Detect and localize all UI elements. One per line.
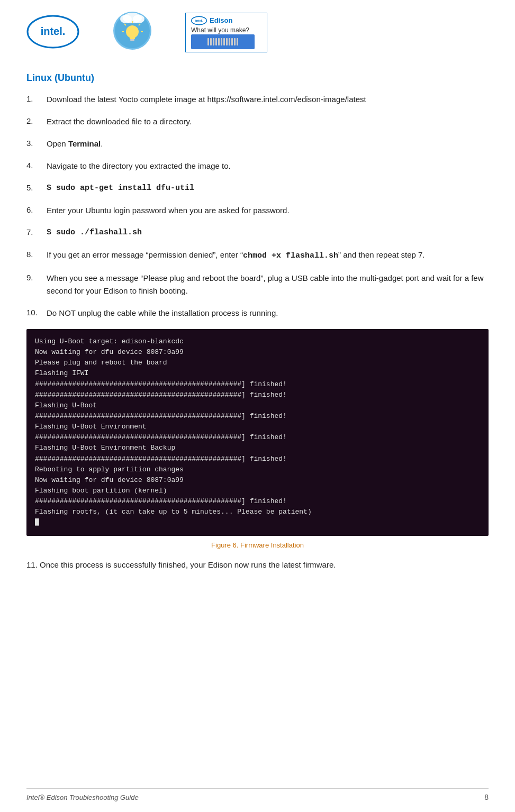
terminal-line-5: ########################################… xyxy=(35,379,480,390)
step-num-5: 5. xyxy=(26,182,47,195)
step-num-8: 8. xyxy=(26,249,47,262)
step-text-3: Open Terminal. xyxy=(47,138,489,150)
step-num-1: 1. xyxy=(26,93,47,106)
step-num-9: 9. xyxy=(26,272,47,297)
terminal-line-14: Now waiting for dfu device 8087:0a99 xyxy=(35,475,480,486)
terminal-line-15: Flashing boot partition (kernel) xyxy=(35,486,480,496)
svg-rect-8 xyxy=(130,37,135,39)
chmod-bold: chmod +x flashall.sh xyxy=(243,251,338,260)
terminal-line-6: ########################################… xyxy=(35,390,480,400)
step-text-6: Enter your Ubuntu login password when yo… xyxy=(47,204,489,217)
terminal-line-8: ########################################… xyxy=(35,411,480,422)
terminal-line-1: Using U-Boot target: edison-blankcdc xyxy=(35,336,480,347)
terminal-line-13: Rebooting to apply partition changes xyxy=(35,464,480,475)
step-8: 8. If you get an error message “permissi… xyxy=(26,249,489,262)
step-text-5: $ sudo apt-get install dfu-util xyxy=(47,182,489,195)
section-title: Linux (Ubuntu) xyxy=(26,72,489,84)
step-text-9: When you see a message “Please plug and … xyxy=(47,272,489,297)
svg-point-6 xyxy=(133,15,144,23)
steps-list: 1. Download the latest Yocto complete im… xyxy=(26,93,489,320)
step-10: 10. Do NOT unplug the cable while the in… xyxy=(26,307,489,320)
page-header: intel. inte xyxy=(26,11,489,60)
step-num-2: 2. xyxy=(26,115,47,128)
svg-point-5 xyxy=(120,15,132,23)
terminal-line-10: ########################################… xyxy=(35,432,480,443)
step-3: 3. Open Terminal. xyxy=(26,138,489,150)
footer-right: 8 xyxy=(484,793,489,801)
terminal-line-7: Flashing U-Boot xyxy=(35,400,480,411)
terminal-output: Using U-Boot target: edison-blankcdc Now… xyxy=(26,329,489,536)
svg-rect-9 xyxy=(130,39,134,41)
step-9: 9. When you see a message “Please plug a… xyxy=(26,272,489,297)
step-text-2: Extract the downloaded file to a directo… xyxy=(47,115,489,128)
step-num-7: 7. xyxy=(26,226,47,239)
terminal-cursor: █ xyxy=(35,517,480,528)
step-text-7: $ sudo ./flashall.sh xyxy=(47,226,489,239)
terminal-line-9: Flashing U-Boot Environment xyxy=(35,422,480,432)
figure-caption: Figure 6. Firmware Installation xyxy=(26,541,489,549)
brain-logo xyxy=(111,11,153,54)
step-2: 2. Extract the downloaded file to a dire… xyxy=(26,115,489,128)
step-text-8: If you get an error message “permission … xyxy=(47,249,489,262)
step-num-10: 10. xyxy=(26,307,47,320)
svg-point-7 xyxy=(126,25,139,38)
page-footer: Intel® Edison Troubleshooting Guide 8 xyxy=(26,788,489,801)
terminal-line-17: Flashing rootfs, (it can take up to 5 mi… xyxy=(35,507,480,517)
step-6: 6. Enter your Ubuntu login password when… xyxy=(26,204,489,217)
footer-left: Intel® Edison Troubleshooting Guide xyxy=(26,793,139,801)
intel-logo: intel. xyxy=(26,15,79,51)
svg-text:intel.: intel. xyxy=(41,25,66,37)
terminal-line-4: Flashing IFWI xyxy=(35,368,480,379)
terminal-bold: Terminal xyxy=(68,139,101,148)
step-7: 7. $ sudo ./flashall.sh xyxy=(26,226,489,239)
edison-card-logo: intel. Edison What will you make? xyxy=(185,13,267,53)
terminal-line-16: ########################################… xyxy=(35,496,480,507)
step-num-4: 4. xyxy=(26,160,47,172)
terminal-line-12: ########################################… xyxy=(35,454,480,464)
step-1: 1. Download the latest Yocto complete im… xyxy=(26,93,489,106)
step-5: 5. $ sudo apt-get install dfu-util xyxy=(26,182,489,195)
step-text-1: Download the latest Yocto complete image… xyxy=(47,93,489,106)
terminal-line-2: Now waiting for dfu device 8087:0a99 xyxy=(35,347,480,358)
step-4: 4. Navigate to the directory you extract… xyxy=(26,160,489,172)
step-text-4: Navigate to the directory you extracted … xyxy=(47,160,489,172)
step-num-3: 3. xyxy=(26,138,47,150)
svg-text:intel.: intel. xyxy=(195,19,203,22)
step-text-10: Do NOT unplug the cable while the instal… xyxy=(47,307,489,320)
step-11: 11. Once this process is successfully fi… xyxy=(26,559,489,571)
terminal-line-11: Flashing U-Boot Environment Backup xyxy=(35,443,480,453)
step-num-6: 6. xyxy=(26,204,47,217)
terminal-line-3: Please plug and reboot the board xyxy=(35,358,480,368)
